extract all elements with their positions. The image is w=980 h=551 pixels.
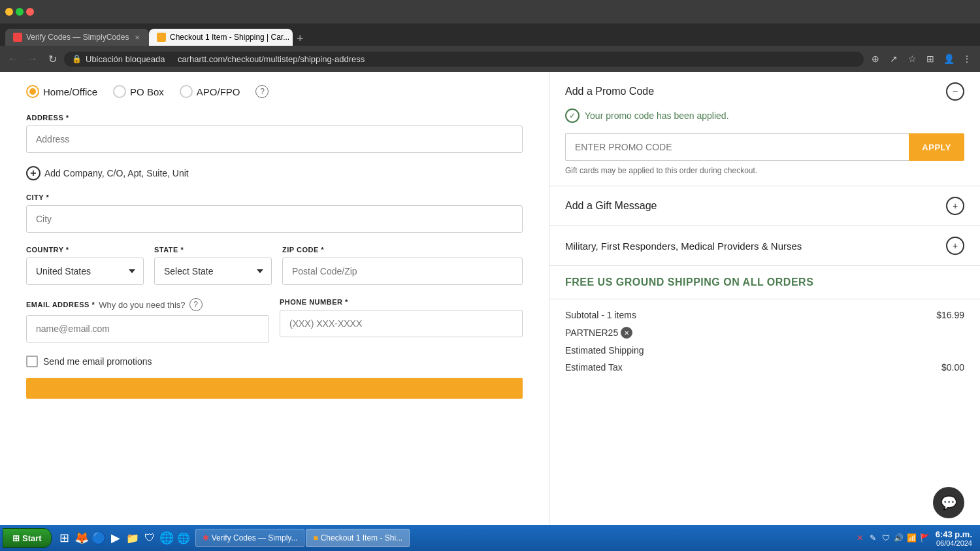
email-help-icon[interactable]: ? bbox=[189, 298, 203, 311]
email-input[interactable] bbox=[26, 315, 269, 342]
radio-home-office-circle bbox=[26, 85, 39, 98]
tax-label: Estimated Tax bbox=[565, 362, 623, 373]
shipping-banner: FREE US GROUND SHIPPING ON ALL ORDERS bbox=[549, 266, 980, 299]
address-group: ADDRESS * bbox=[26, 114, 523, 153]
tab2-favicon bbox=[157, 33, 166, 42]
promo-tag: PARTNER25 ✕ bbox=[565, 327, 632, 339]
close-button[interactable] bbox=[26, 8, 34, 16]
form-section: Home/Office PO Box APO/FPO ? ADDRESS * +… bbox=[0, 72, 549, 525]
page-container: Home/Office PO Box APO/FPO ? ADDRESS * +… bbox=[0, 72, 980, 525]
add-company-row[interactable]: + Add Company, C/O, Apt, Suite, Unit bbox=[26, 166, 523, 180]
promo-input-row: APPLY bbox=[565, 133, 964, 161]
submit-button[interactable] bbox=[26, 378, 523, 399]
zip-label: ZIP CODE * bbox=[282, 246, 523, 254]
address-input[interactable] bbox=[26, 125, 523, 153]
window-controls[interactable] bbox=[5, 8, 34, 16]
phone-input[interactable] bbox=[280, 310, 523, 337]
promo-toggle-button[interactable]: − bbox=[946, 82, 964, 101]
reload-button[interactable]: ↻ bbox=[44, 51, 60, 67]
add-company-text: Add Company, C/O, Apt, Suite, Unit bbox=[44, 168, 189, 178]
state-label: STATE * bbox=[154, 246, 272, 254]
url-display: carhartt.com/checkout/multistep/shipping… bbox=[178, 54, 365, 64]
minimize-button[interactable] bbox=[5, 8, 13, 16]
why-text: Why do you need this? bbox=[99, 300, 185, 310]
shipping-label: Estimated Shipping bbox=[565, 345, 644, 356]
gift-message-toggle-button[interactable]: + bbox=[946, 197, 964, 215]
lock-icon: 🔒 bbox=[72, 54, 82, 63]
new-tab-button[interactable]: + bbox=[293, 32, 308, 46]
state-select[interactable]: Select State bbox=[154, 258, 272, 285]
tab1-title: Verify Codes — SimplyCodes bbox=[26, 33, 129, 42]
country-select[interactable]: United States bbox=[26, 258, 144, 285]
right-panel: Add a Promo Code − ✓ Your promo code has… bbox=[549, 72, 980, 525]
radio-apo-fpo-circle bbox=[180, 85, 193, 98]
country-label: COUNTRY * bbox=[26, 246, 144, 254]
radio-po-box-circle bbox=[113, 85, 126, 98]
order-summary: Subtotal - 1 items $16.99 PARTNER25 ✕ Es… bbox=[549, 299, 980, 390]
radio-home-office[interactable]: Home/Office bbox=[26, 85, 97, 98]
promo-code-label: PARTNER25 bbox=[565, 327, 618, 338]
radio-po-box-label: PO Box bbox=[130, 86, 164, 97]
profile-icon[interactable]: 👤 bbox=[941, 51, 956, 67]
gift-message-section: Add a Gift Message + bbox=[549, 186, 980, 226]
apply-promo-button[interactable]: APPLY bbox=[909, 133, 964, 161]
extensions-icon[interactable]: ⊞ bbox=[923, 51, 938, 67]
url-prefix: Ubicación bloqueada bbox=[86, 54, 165, 64]
bookmark-icon[interactable]: ☆ bbox=[904, 51, 920, 67]
email-promo-checkbox[interactable] bbox=[26, 356, 38, 367]
email-promo-row: Send me email promotions bbox=[26, 356, 523, 367]
tab2-title: Checkout 1 Item - Shipping | Car... bbox=[170, 33, 289, 42]
forward-button[interactable]: → bbox=[25, 51, 41, 67]
tax-value: $0.00 bbox=[941, 362, 964, 373]
gift-card-note: Gift cards may be applied to this order … bbox=[565, 166, 964, 175]
address-label: ADDRESS * bbox=[26, 114, 523, 122]
radio-apo-fpo-label: APO/FPO bbox=[197, 86, 240, 97]
tax-row: Estimated Tax $0.00 bbox=[565, 362, 964, 373]
city-input[interactable] bbox=[26, 205, 523, 233]
browser-chrome bbox=[0, 0, 980, 24]
shipping-banner-text: FREE US GROUND SHIPPING ON ALL ORDERS bbox=[565, 276, 813, 288]
radio-po-box[interactable]: PO Box bbox=[113, 85, 164, 98]
promo-header: Add a Promo Code − bbox=[565, 82, 964, 101]
subtotal-label: Subtotal - 1 items bbox=[565, 310, 636, 320]
country-state-zip-row: COUNTRY * United States STATE * Select S… bbox=[26, 246, 523, 285]
email-promo-label: Send me email promotions bbox=[43, 356, 152, 367]
more-icon[interactable]: ⋮ bbox=[959, 51, 975, 67]
address-type-row: Home/Office PO Box APO/FPO ? bbox=[26, 85, 523, 98]
military-section: Military, First Responders, Medical Prov… bbox=[549, 226, 980, 266]
add-company-icon: + bbox=[26, 166, 41, 180]
radio-apo-fpo[interactable]: APO/FPO bbox=[180, 85, 240, 98]
promo-title: Add a Promo Code bbox=[565, 86, 654, 97]
military-toggle-button[interactable]: + bbox=[946, 237, 964, 255]
subtotal-row: Subtotal - 1 items $16.99 bbox=[565, 310, 964, 320]
promo-code-input[interactable] bbox=[565, 133, 909, 161]
tabs-bar: Verify Codes — SimplyCodes ✕ Checkout 1 … bbox=[0, 24, 980, 46]
tab1-close[interactable]: ✕ bbox=[133, 33, 142, 42]
email-label: EMAIL ADDRESS * bbox=[26, 301, 95, 309]
tab-2[interactable]: Checkout 1 Item - Shipping | Car... ✕ bbox=[149, 29, 293, 46]
country-col: COUNTRY * United States bbox=[26, 246, 144, 285]
back-button[interactable]: ← bbox=[5, 51, 21, 67]
subtotal-value: $16.99 bbox=[936, 310, 964, 320]
email-col: EMAIL ADDRESS * Why do you need this? ? bbox=[26, 298, 269, 342]
address-bar-row: ← → ↻ 🔒 Ubicación bloqueada carhartt.com… bbox=[0, 46, 980, 72]
promo-section: Add a Promo Code − ✓ Your promo code has… bbox=[549, 72, 980, 186]
radio-home-office-label: Home/Office bbox=[43, 86, 97, 97]
chat-button[interactable]: 💬 bbox=[933, 487, 964, 518]
address-type-help-icon[interactable]: ? bbox=[255, 85, 269, 98]
tab-1[interactable]: Verify Codes — SimplyCodes ✕ bbox=[5, 29, 149, 46]
remove-promo-button[interactable]: ✕ bbox=[621, 327, 632, 339]
promo-row: PARTNER25 ✕ bbox=[565, 327, 964, 339]
zip-input[interactable] bbox=[282, 258, 523, 285]
translate-icon[interactable]: ⊕ bbox=[868, 51, 883, 67]
phone-col: PHONE NUMBER * bbox=[280, 298, 523, 342]
address-bar[interactable]: 🔒 Ubicación bloqueada carhartt.com/check… bbox=[64, 52, 864, 67]
promo-applied-text: Your promo code has been applied. bbox=[585, 110, 729, 121]
share-icon[interactable]: ↗ bbox=[886, 51, 902, 67]
url-text bbox=[171, 54, 174, 64]
promo-applied-row: ✓ Your promo code has been applied. bbox=[565, 109, 964, 123]
email-phone-row: EMAIL ADDRESS * Why do you need this? ? … bbox=[26, 298, 523, 342]
zip-col: ZIP CODE * bbox=[282, 246, 523, 285]
phone-label: PHONE NUMBER * bbox=[280, 298, 523, 306]
maximize-button[interactable] bbox=[16, 8, 24, 16]
